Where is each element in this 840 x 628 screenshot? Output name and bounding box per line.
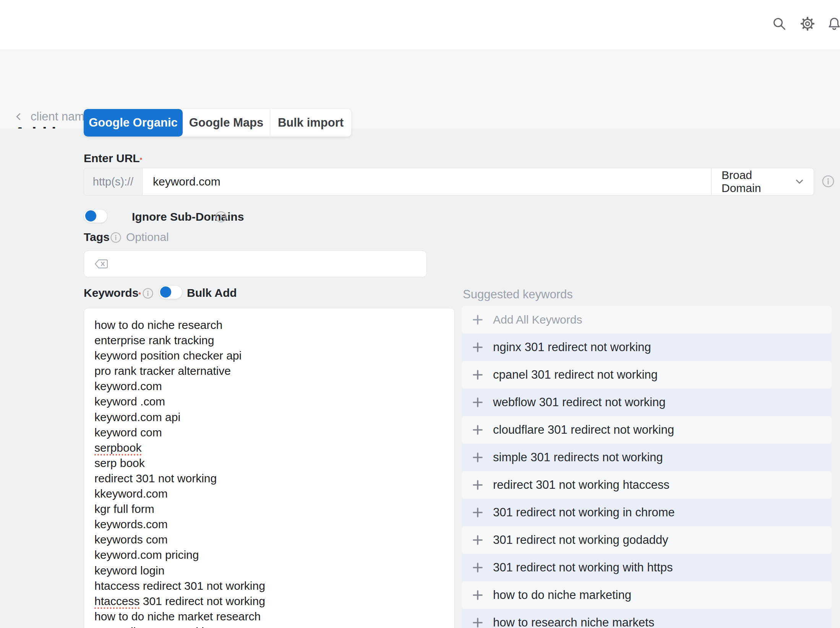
suggested-keyword-label: how to do niche marketing (493, 588, 631, 602)
keyword-line[interactable]: redirect 301 not working (94, 471, 447, 486)
keyword-line[interactable]: keywords.com (94, 517, 447, 532)
suggested-keyword-row[interactable]: cloudflare 301 redirect not working (462, 416, 832, 444)
keyword-line[interactable]: 301 redirect not working (94, 624, 447, 628)
keyword-line[interactable]: htaccess redirect 301 not working (94, 578, 447, 594)
keyword-line[interactable]: htaccess 301 redirect not working (94, 594, 447, 609)
tags-info-icon[interactable] (110, 232, 122, 243)
suggested-keywords-list: Add All Keywords nginx 301 redirect not … (462, 306, 832, 628)
chevron-left-icon (14, 112, 24, 122)
bulk-add-label: Bulk Add (187, 286, 237, 299)
keywords-label: Keywords* (84, 286, 141, 299)
plus-icon (472, 479, 483, 491)
suggested-keyword-label: redirect 301 not working htaccess (493, 478, 670, 492)
tags-optional-label: Optional (126, 231, 169, 244)
suggested-keyword-row[interactable]: nginx 301 redirect not working (462, 334, 832, 361)
suggested-keyword-row[interactable]: 301 redirect not working godaddy (462, 526, 832, 554)
suggested-keyword-row[interactable]: how to research niche markets (462, 609, 832, 628)
tab-group: Google Organic Google Maps Bulk import (84, 109, 351, 137)
gear-icon[interactable] (799, 15, 816, 32)
suggested-keyword-label: webflow 301 redirect not working (493, 395, 665, 409)
keyword-line[interactable]: how to do niche market research (94, 609, 447, 624)
suggested-keyword-label: how to research niche markets (493, 616, 654, 628)
keywords-info-icon[interactable] (142, 288, 154, 299)
plus-icon (472, 369, 483, 381)
keywords-textarea[interactable]: how to do niche researchenterprise rank … (84, 308, 455, 628)
plus-icon (472, 534, 483, 546)
keyword-line[interactable]: keywords com (94, 532, 447, 547)
ignore-subdomains-toggle[interactable] (84, 209, 107, 223)
topbar (0, 0, 840, 50)
suggested-keyword-row[interactable]: 301 redirect not working with https (462, 554, 832, 581)
backspace-icon[interactable] (94, 259, 109, 269)
chevron-down-icon (795, 177, 804, 186)
url-input[interactable]: keyword.com (143, 168, 711, 195)
url-control: http(s):// keyword.com Broad Domain (84, 168, 814, 195)
tab-bulk-import[interactable]: Bulk import (270, 109, 351, 137)
domain-type-value: Broad Domain (722, 169, 795, 195)
keyword-line[interactable]: serpbook (94, 440, 447, 456)
plus-icon (472, 397, 483, 408)
url-info-icon[interactable] (822, 175, 835, 188)
keyword-line[interactable]: keyword.com (94, 379, 447, 394)
keyword-line[interactable]: serp book (94, 456, 447, 471)
suggested-keyword-row[interactable]: simple 301 redirects not working (462, 444, 832, 471)
suggested-keyword-label: simple 301 redirects not working (493, 451, 663, 464)
keyword-line[interactable]: enterprise rank tracking (94, 333, 447, 348)
suggested-keyword-label: nginx 301 redirect not working (493, 340, 651, 354)
search-icon[interactable] (771, 15, 788, 32)
keyword-line[interactable]: keyword.com api (94, 410, 447, 425)
ignore-subdomains-label: Ignore Sub-Domains (132, 210, 244, 223)
plus-icon (472, 617, 483, 628)
keyword-line[interactable]: keyword login (94, 563, 447, 578)
suggested-keyword-label: 301 redirect not working godaddy (493, 533, 668, 547)
domain-type-select[interactable]: Broad Domain (711, 168, 814, 195)
misspelled-word: htaccess (94, 595, 139, 607)
suggested-keyword-row[interactable]: webflow 301 redirect not working (462, 389, 832, 416)
suggested-keyword-row[interactable]: cpanel 301 redirect not working (462, 361, 832, 389)
suggested-keyword-row[interactable]: redirect 301 not working htaccess (462, 471, 832, 499)
keyword-line[interactable]: keyword.com pricing (94, 547, 447, 563)
plus-icon (472, 424, 483, 436)
suggested-keyword-row[interactable]: 301 redirect not working in chrome (462, 499, 832, 526)
misspelled-word: serpbook (94, 441, 141, 454)
suggested-keyword-label: cpanel 301 redirect not working (493, 368, 658, 382)
bell-icon[interactable] (826, 15, 840, 32)
tags-input[interactable] (84, 251, 427, 277)
plus-icon (472, 562, 483, 573)
suggested-keyword-label: cloudflare 301 redirect not working (493, 423, 674, 437)
keyword-line[interactable]: kgr full form (94, 501, 447, 517)
plus-icon (472, 507, 483, 518)
url-prefix: http(s):// (84, 168, 143, 195)
plus-icon (472, 314, 483, 325)
add-all-keywords-button[interactable]: Add All Keywords (462, 306, 832, 334)
suggested-keyword-row[interactable]: how to do niche marketing (462, 581, 832, 609)
tags-label: Tags (84, 231, 110, 244)
keyword-line[interactable]: how to do niche research (94, 317, 447, 333)
keyword-line[interactable]: keyword .com (94, 394, 447, 409)
plus-icon (472, 452, 483, 463)
add-all-keywords-label: Add All Keywords (493, 313, 582, 326)
keyword-line[interactable]: pro rank tracker alternative (94, 363, 447, 379)
enter-url-label: Enter URL* (84, 152, 142, 165)
toggle-knob (85, 210, 96, 221)
suggested-keywords-title: Suggested keywords (463, 288, 573, 301)
toggle-knob (160, 286, 171, 298)
suggested-keyword-label: 301 redirect not working in chrome (493, 506, 675, 519)
plus-icon (472, 589, 483, 601)
keyword-line[interactable]: keyword position checker api (94, 348, 447, 363)
tab-google-organic[interactable]: Google Organic (84, 109, 183, 137)
ignore-subdomains-info-icon[interactable] (215, 211, 227, 223)
keyword-line[interactable]: keyword com (94, 425, 447, 440)
bulk-add-toggle[interactable] (159, 285, 182, 299)
suggested-keyword-label: 301 redirect not working with https (493, 561, 673, 574)
plus-icon (472, 342, 483, 353)
keyword-line[interactable]: kkeyword.com (94, 486, 447, 501)
tab-google-maps[interactable]: Google Maps (183, 109, 270, 137)
